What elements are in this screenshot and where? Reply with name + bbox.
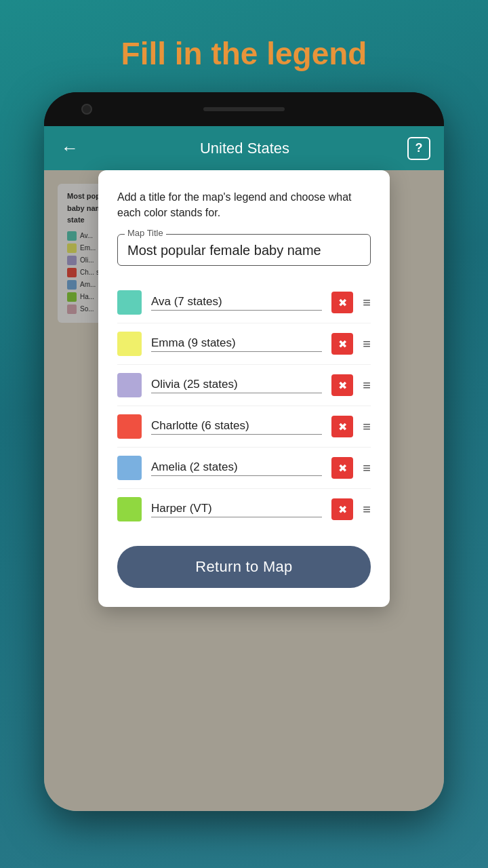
page-title: Fill in the legend: [121, 35, 367, 72]
legend-row: ✖≡: [117, 282, 371, 323]
back-button[interactable]: ←: [58, 134, 82, 162]
drag-handle-icon[interactable]: ≡: [363, 461, 371, 475]
legend-text-input[interactable]: [151, 460, 322, 476]
drag-handle-icon[interactable]: ≡: [363, 420, 371, 433]
legend-text-input[interactable]: [151, 502, 322, 517]
legend-items-list: ✖≡✖≡✖≡✖≡✖≡✖≡: [117, 282, 371, 530]
phone-speaker: [203, 107, 285, 111]
legend-modal: Add a title for the map's legend and cho…: [98, 170, 390, 607]
app-screen: ← United States ? Most popular femalebab…: [44, 126, 444, 811]
legend-color-swatch: [117, 456, 142, 480]
app-header-title: United States: [200, 140, 289, 157]
app-header: ← United States ?: [44, 126, 444, 170]
modal-overlay: Add a title for the map's legend and cho…: [44, 170, 444, 811]
delete-legend-item-button[interactable]: ✖: [331, 333, 353, 355]
legend-color-swatch: [117, 373, 142, 397]
phone-top-bar: [44, 92, 444, 126]
legend-text-input[interactable]: [151, 419, 322, 435]
phone-camera: [81, 104, 92, 115]
legend-row: ✖≡: [117, 323, 371, 365]
delete-legend-item-button[interactable]: ✖: [331, 498, 353, 520]
map-title-label: Map Title: [125, 228, 166, 238]
legend-color-swatch: [117, 332, 142, 356]
drag-handle-icon[interactable]: ≡: [363, 337, 371, 351]
drag-handle-icon[interactable]: ≡: [363, 296, 371, 309]
delete-legend-item-button[interactable]: ✖: [331, 416, 353, 437]
drag-handle-icon[interactable]: ≡: [363, 502, 371, 516]
legend-color-swatch: [117, 497, 142, 521]
map-title-input[interactable]: [127, 243, 361, 258]
drag-handle-icon[interactable]: ≡: [363, 378, 371, 392]
legend-row: ✖≡: [117, 448, 371, 489]
delete-legend-item-button[interactable]: ✖: [331, 292, 353, 313]
legend-text-input[interactable]: [151, 295, 322, 311]
legend-text-input[interactable]: [151, 336, 322, 352]
return-to-map-button[interactable]: Return to Map: [117, 546, 371, 588]
legend-color-swatch: [117, 290, 142, 315]
help-button[interactable]: ?: [407, 137, 430, 160]
delete-legend-item-button[interactable]: ✖: [331, 374, 353, 396]
legend-row: ✖≡: [117, 365, 371, 406]
legend-color-swatch: [117, 414, 142, 439]
legend-row: ✖≡: [117, 489, 371, 530]
legend-row: ✖≡: [117, 406, 371, 448]
modal-description: Add a title for the map's legend and cho…: [117, 189, 371, 220]
legend-text-input[interactable]: [151, 378, 322, 393]
phone-device: ← United States ? Most popular femalebab…: [44, 92, 444, 811]
delete-legend-item-button[interactable]: ✖: [331, 457, 353, 479]
map-title-input-group: Map Title: [117, 234, 371, 266]
